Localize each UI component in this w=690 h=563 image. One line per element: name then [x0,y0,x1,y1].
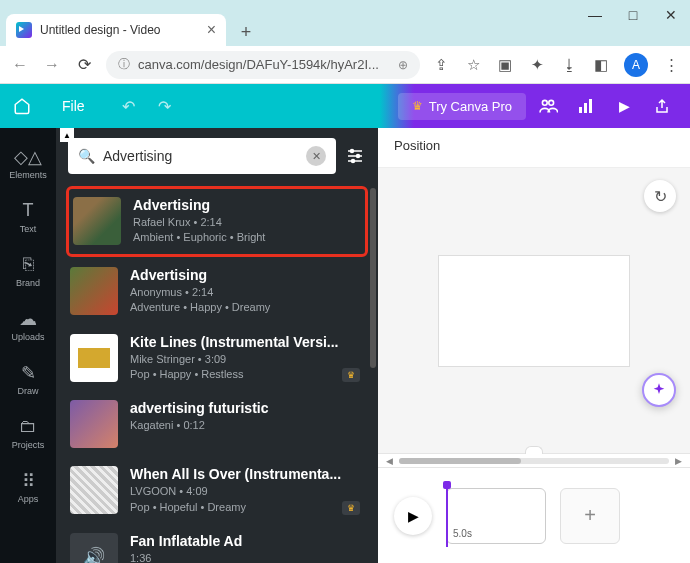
url-input[interactable]: ⓘ canva.com/design/DAFuY-1594k/hyAr2I...… [106,51,420,79]
site-info-icon[interactable]: ⓘ [118,56,130,73]
canva-favicon-icon [16,22,32,38]
folder-icon: 🗀 [19,417,37,437]
redo-icon[interactable]: ↷ [151,92,179,120]
track-title: Kite Lines (Instrumental Versi... [130,334,364,350]
rail-draw[interactable]: ✎Draw [0,352,56,406]
file-menu-button[interactable]: File [44,84,103,128]
track-thumbnail [70,267,118,315]
track-artist-duration: Mike Stringer • 3:09 [130,352,364,367]
browser-tabs: Untitled design - Video × + [0,10,690,46]
audio-track[interactable]: Advertising Anonymus • 2:14 Adventure • … [66,259,368,324]
rail-uploads[interactable]: ☁Uploads [0,298,56,352]
rail-apps[interactable]: ⠿Apps [0,460,56,514]
svg-point-7 [352,160,355,163]
shapes-icon: ◇△ [14,147,42,167]
track-thumbnail [70,334,118,382]
canvas[interactable]: ↻ [378,168,690,453]
position-button[interactable]: Position [378,128,690,168]
svg-point-1 [549,100,554,105]
back-icon[interactable]: ← [10,56,30,74]
audio-track[interactable]: advertising futuristic Kagateni • 0:12 [66,392,368,456]
panel-scrollbar[interactable] [370,188,376,368]
sparkle-icon [651,382,667,398]
timeline-clip[interactable]: 5.0s [446,488,546,544]
bookmark-icon[interactable]: ☆ [464,56,482,74]
profile-avatar[interactable]: A [624,53,648,77]
svg-point-6 [357,155,360,158]
undo-icon[interactable]: ↶ [115,92,143,120]
timeline-expand-icon[interactable] [525,446,543,454]
rail-projects[interactable]: 🗀Projects [0,406,56,460]
audio-track[interactable]: Advertising Rafael Krux • 2:14 Ambient •… [66,186,368,257]
crown-icon: ♛ [412,99,423,113]
track-tags: Adventure • Happy • Dreamy [130,300,364,315]
panel-scroll-up-icon[interactable]: ▲ [60,128,74,142]
puzzle-icon[interactable]: ✦ [528,56,546,74]
text-icon: T [23,201,34,221]
svg-rect-3 [584,103,587,113]
track-title: Advertising [130,267,364,283]
filter-icon[interactable] [344,138,366,174]
home-icon [13,97,31,115]
rotate-icon[interactable]: ↻ [644,180,676,212]
side-rail: ◇△Elements TText ⎘Brand ☁Uploads ✎Draw 🗀… [0,128,56,563]
track-title: advertising futuristic [130,400,364,416]
track-thumbnail: 🔊 [70,533,118,563]
try-pro-button[interactable]: ♛ Try Canva Pro [398,93,526,120]
scroll-left-icon[interactable]: ◀ [386,456,393,466]
collab-icon[interactable] [532,90,564,122]
pro-badge-icon: ♛ [342,501,360,515]
magic-button[interactable] [642,373,676,407]
new-tab-button[interactable]: + [232,18,260,46]
app-header: File ↶ ↷ ♛ Try Canva Pro ▶ [0,84,690,128]
search-input[interactable] [103,148,298,164]
sidepanel-icon[interactable]: ◧ [592,56,610,74]
clear-search-icon[interactable]: ✕ [306,146,326,166]
timeline-play-button[interactable]: ▶ [394,497,432,535]
share-icon[interactable] [646,90,678,122]
download-icon[interactable]: ⭳ [560,56,578,74]
page[interactable] [439,256,629,366]
audio-track[interactable]: 🔊 Fan Inflatable Ad 1:36 Household [66,525,368,563]
track-tags: Ambient • Euphoric • Bright [133,230,361,245]
window-minimize-icon[interactable]: — [588,8,602,22]
rail-brand[interactable]: ⎘Brand [0,244,56,298]
rail-text[interactable]: TText [0,190,56,244]
grid-icon: ⠿ [22,471,35,491]
titlebar [0,0,690,10]
home-button[interactable] [0,84,44,128]
pencil-icon: ✎ [21,363,36,383]
add-clip-button[interactable]: + [560,488,620,544]
try-pro-label: Try Canva Pro [429,99,512,114]
present-icon[interactable]: ▶ [608,90,640,122]
analytics-icon[interactable] [570,90,602,122]
track-thumbnail [70,466,118,514]
playhead[interactable] [443,481,451,489]
scroll-right-icon[interactable]: ▶ [675,456,682,466]
forward-icon: → [42,56,62,74]
reload-icon[interactable]: ⟳ [74,55,94,74]
track-artist-duration: Anonymus • 2:14 [130,285,364,300]
audio-track[interactable]: When All Is Over (Instrumenta... LVGOON … [66,458,368,523]
audio-track[interactable]: Kite Lines (Instrumental Versi... Mike S… [66,326,368,391]
share-icon[interactable]: ⇪ [432,56,450,74]
pro-badge-icon: ♛ [342,368,360,382]
clip-duration: 5.0s [453,528,472,539]
window-maximize-icon[interactable]: □ [626,8,640,22]
extension-icon[interactable]: ▣ [496,56,514,74]
window-close-icon[interactable]: ✕ [664,8,678,22]
track-title: Fan Inflatable Ad [130,533,364,549]
address-bar: ← → ⟳ ⓘ canva.com/design/DAFuY-1594k/hyA… [0,46,690,84]
browser-menu-icon[interactable]: ⋮ [662,56,680,74]
browser-tab[interactable]: Untitled design - Video × [6,14,226,46]
search-icon: 🔍 [78,148,95,164]
svg-point-5 [351,150,354,153]
horizontal-scrollbar[interactable]: ◀ ▶ [378,453,690,467]
tab-close-icon[interactable]: × [207,21,216,39]
rail-elements[interactable]: ◇△Elements [0,136,56,190]
timeline: ▶ 5.0s + [378,467,690,563]
url-text: canva.com/design/DAFuY-1594k/hyAr2I... [138,57,379,72]
track-artist-duration: Rafael Krux • 2:14 [133,215,361,230]
zoom-icon[interactable]: ⊕ [398,58,408,72]
track-thumbnail [70,400,118,448]
